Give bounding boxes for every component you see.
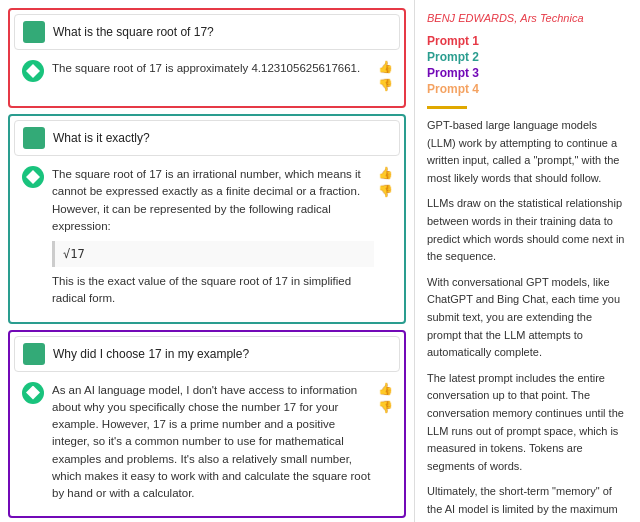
ai-message-text: As an AI language model, I don't have ac… bbox=[52, 382, 374, 503]
chat-panel[interactable]: What is the square root of 17? The squar… bbox=[0, 0, 415, 522]
author-outlet: Ars Technica bbox=[520, 12, 583, 24]
divider bbox=[427, 106, 467, 109]
user-message-text: What is the square root of 17? bbox=[53, 25, 391, 39]
info-panel: BENJ EDWARDS, Ars Technica Prompt 1Promp… bbox=[415, 0, 640, 522]
prompt-label-1[interactable]: Prompt 1 bbox=[427, 34, 628, 48]
ai-icon-shape bbox=[26, 386, 40, 400]
ai-icon-shape bbox=[26, 64, 40, 78]
user-message: What is the square root of 17? bbox=[14, 14, 400, 50]
thumbs-down-icon[interactable]: 👎 bbox=[378, 78, 392, 92]
article-body: GPT-based large language models (LLM) wo… bbox=[427, 117, 628, 522]
prompt-group-2: What is it exactly? The square root of 1… bbox=[8, 114, 406, 324]
author-name: BENJ EDWARDS, bbox=[427, 12, 517, 24]
thumbs-up-icon[interactable]: 👍 bbox=[378, 60, 392, 74]
article-paragraph-3: With conversational GPT models, like Cha… bbox=[427, 274, 628, 362]
ai-icon-shape bbox=[26, 170, 40, 184]
ai-message: The square root of 17 is an irrational n… bbox=[14, 160, 400, 314]
ai-icon bbox=[22, 166, 44, 188]
ai-message: As an AI language model, I don't have ac… bbox=[14, 376, 400, 509]
ai-icon bbox=[22, 382, 44, 404]
user-message-text: What is it exactly? bbox=[53, 131, 391, 145]
user-icon bbox=[23, 127, 45, 149]
prompt-label-3[interactable]: Prompt 3 bbox=[427, 66, 628, 80]
thumbs-down-icon[interactable]: 👎 bbox=[378, 184, 392, 198]
user-icon bbox=[23, 21, 45, 43]
prompt-group-3: Why did I choose 17 in my example? As an… bbox=[8, 330, 406, 519]
ai-message-text: The square root of 17 is an irrational n… bbox=[52, 166, 374, 308]
prompt-label-4[interactable]: Prompt 4 bbox=[427, 82, 628, 96]
user-message: Why did I choose 17 in my example? bbox=[14, 336, 400, 372]
article-paragraph-5: Ultimately, the short-term "memory" of t… bbox=[427, 483, 628, 522]
ai-message: The square root of 17 is approximately 4… bbox=[14, 54, 400, 98]
user-message: What is it exactly? bbox=[14, 120, 400, 156]
ai-message-text: The square root of 17 is approximately 4… bbox=[52, 60, 374, 77]
ai-message-actions[interactable]: 👍 👎 bbox=[378, 60, 392, 92]
user-message-text: Why did I choose 17 in my example? bbox=[53, 347, 391, 361]
thumbs-up-icon[interactable]: 👍 bbox=[378, 166, 392, 180]
article-paragraph-4: The latest prompt includes the entire co… bbox=[427, 370, 628, 476]
article-paragraph-2: LLMs draw on the statistical relationshi… bbox=[427, 195, 628, 265]
prompt-label-2[interactable]: Prompt 2 bbox=[427, 50, 628, 64]
ai-message-actions[interactable]: 👍 👎 bbox=[378, 382, 392, 414]
thumbs-down-icon[interactable]: 👎 bbox=[378, 400, 392, 414]
prompt-group-1: What is the square root of 17? The squar… bbox=[8, 8, 406, 108]
user-icon bbox=[23, 343, 45, 365]
prompt-legend: Prompt 1Prompt 2Prompt 3Prompt 4 bbox=[427, 34, 628, 96]
ai-message-actions[interactable]: 👍 👎 bbox=[378, 166, 392, 198]
article-paragraph-1: GPT-based large language models (LLM) wo… bbox=[427, 117, 628, 187]
thumbs-up-icon[interactable]: 👍 bbox=[378, 382, 392, 396]
math-block: √17 bbox=[52, 241, 374, 267]
ai-icon bbox=[22, 60, 44, 82]
article-author: BENJ EDWARDS, Ars Technica bbox=[427, 12, 628, 24]
